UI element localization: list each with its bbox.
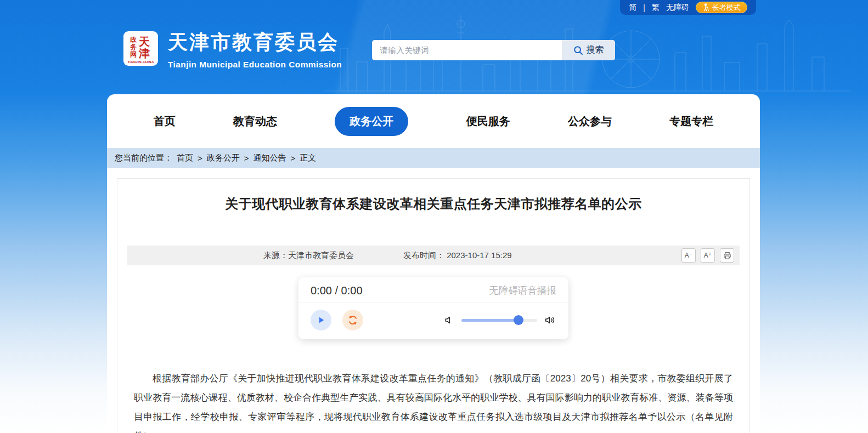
lang-simplified-link[interactable]: 简 — [629, 3, 636, 13]
site-logo[interactable]: 政务网 天津 TIANJIN-CHINA — [123, 31, 158, 66]
breadcrumb-prefix: 您当前的位置： — [115, 153, 172, 163]
publish-time-label: 发布时间： — [403, 250, 444, 260]
nav-item-education-news[interactable]: 教育动态 — [233, 107, 277, 136]
article-title: 关于现代职业教育体系建设改革相关重点任务天津市拟推荐名单的公示 — [127, 195, 740, 213]
font-increase-button[interactable]: A⁺ — [701, 248, 715, 263]
replay-button[interactable] — [342, 310, 363, 331]
breadcrumb-home[interactable]: 首页 — [177, 153, 193, 163]
elder-person-icon — [702, 3, 709, 12]
nav-item-special-topics[interactable]: 专题专栏 — [669, 107, 713, 136]
font-decrease-button[interactable]: A⁻ — [681, 248, 696, 263]
volume-controls — [443, 315, 556, 326]
article-paragraph: 根据教育部办公厅《关于加快推进现代职业教育体系建设改革重点任务的通知》（教职成厅… — [134, 369, 733, 433]
site-brand: 天津市教育委员会 Tianjin Municipal Education Com… — [168, 29, 342, 70]
print-button[interactable] — [720, 248, 734, 263]
primary-nav: 首页 教育动态 政务公开 便民服务 公众参与 专题专栏 — [107, 94, 760, 148]
elder-mode-label: 长者模式 — [712, 3, 741, 13]
audio-player: 0:00 / 0:00 无障碍语音播报 — [298, 277, 568, 339]
article-card: 关于现代职业教育体系建设改革相关重点任务天津市拟推荐名单的公示 来源：天津市教育… — [117, 178, 750, 433]
topbar-divider: | — [643, 3, 645, 12]
search-icon — [573, 45, 583, 55]
play-icon — [316, 315, 326, 325]
logo-caption: TIANJIN-CHINA — [127, 60, 154, 64]
breadcrumb-separator: > — [291, 153, 296, 163]
site-header: 简 | 繁 无障碍 长者模式 政务网 天津 TIANJIN-CHINA 天津市教… — [0, 0, 868, 94]
volume-slider-thumb[interactable] — [514, 315, 523, 325]
breadcrumb-separator: > — [198, 153, 202, 163]
article-body: 根据教育部办公厅《关于加快推进现代职业教育体系建设改革重点任务的通知》（教职成厅… — [134, 369, 733, 433]
breadcrumb-current: 正文 — [300, 153, 316, 163]
source-value: 天津市教育委员会 — [288, 250, 354, 260]
play-button[interactable] — [311, 310, 331, 331]
source-label: 来源： — [263, 250, 288, 260]
article-tools: A⁻ A⁺ — [681, 248, 734, 263]
player-header: 0:00 / 0:00 无障碍语音播报 — [298, 277, 568, 303]
article-source: 来源：天津市教育委员会 — [263, 250, 354, 261]
breadcrumb-separator: > — [244, 153, 249, 163]
accessibility-link[interactable]: 无障碍 — [666, 3, 689, 13]
search-button-label: 搜索 — [587, 44, 604, 56]
search-input[interactable] — [372, 40, 562, 60]
volume-max-icon[interactable] — [544, 315, 556, 326]
logo-seal-right-text: 天津 — [139, 36, 151, 59]
nav-item-public-participation[interactable]: 公众参与 — [568, 107, 612, 136]
nav-item-public-services[interactable]: 便民服务 — [466, 107, 510, 136]
volume-slider-fill — [461, 319, 518, 322]
nav-item-government-affairs[interactable]: 政务公开 — [335, 107, 408, 136]
search-bar: 搜索 — [372, 40, 615, 60]
lang-traditional-link[interactable]: 繁 — [652, 3, 660, 13]
loop-icon — [347, 314, 359, 326]
search-button[interactable]: 搜索 — [562, 40, 615, 60]
breadcrumb-government-affairs[interactable]: 政务公开 — [207, 153, 240, 163]
elder-mode-button[interactable]: 长者模式 — [696, 2, 747, 13]
topbar: 简 | 繁 无障碍 长者模式 — [620, 0, 756, 15]
breadcrumb: 您当前的位置： 首页 > 政务公开 > 通知公告 > 正文 — [107, 148, 760, 168]
content-area: 关于现代职业教育体系建设改革相关重点任务天津市拟推荐名单的公示 来源：天津市教育… — [107, 168, 760, 433]
player-controls — [298, 303, 568, 339]
breadcrumb-notices[interactable]: 通知公告 — [253, 153, 286, 163]
volume-mute-icon[interactable] — [443, 315, 454, 326]
article-publish-time: 发布时间： 2023-10-17 15:29 — [403, 250, 512, 261]
logo-seal: 政务网 天津 — [130, 36, 151, 59]
player-time-display: 0:00 / 0:00 — [311, 284, 363, 297]
site-subtitle: Tianjin Municipal Education Commission — [168, 60, 342, 70]
publish-time-value: 2023-10-17 15:29 — [447, 250, 511, 260]
volume-slider[interactable] — [461, 319, 537, 322]
logo-seal-left-text: 政务网 — [130, 36, 138, 59]
nav-item-home[interactable]: 首页 — [154, 107, 176, 136]
article-meta-bar: 来源：天津市教育委员会 发布时间： 2023-10-17 15:29 A⁻ A⁺ — [127, 246, 740, 265]
printer-icon — [723, 252, 731, 260]
main-container: 首页 教育动态 政务公开 便民服务 公众参与 专题专栏 您当前的位置： 首页 >… — [107, 94, 760, 433]
site-title: 天津市教育委员会 — [168, 29, 342, 56]
player-caption: 无障碍语音播报 — [489, 284, 557, 297]
